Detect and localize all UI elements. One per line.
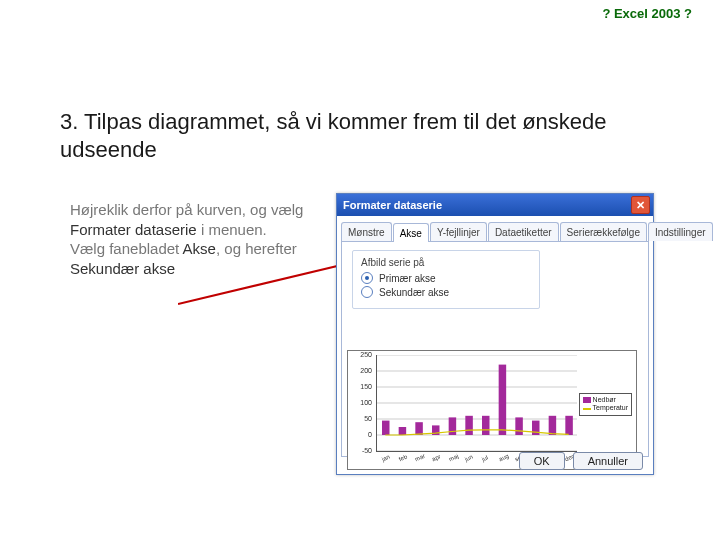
instr-emph-axis: Akse (183, 240, 216, 257)
radio-icon (361, 272, 373, 284)
dialog-button-row: OK Annuller (337, 452, 653, 470)
tab-axis[interactable]: Akse (393, 223, 429, 242)
tab-y-error-bars[interactable]: Y-fejllinjer (430, 222, 487, 241)
tab-patterns[interactable]: Mønstre (341, 222, 392, 241)
tab-data-labels[interactable]: Dataetiketter (488, 222, 559, 241)
close-icon[interactable]: ✕ (631, 196, 650, 214)
radio-icon (361, 286, 373, 298)
dialog-title-text: Formater dataserie (343, 199, 442, 211)
svg-rect-8 (382, 421, 390, 435)
ok-button[interactable]: OK (519, 452, 565, 470)
dialog-panel: Afbild serie på Primær akse Sekundær aks… (341, 241, 649, 457)
tab-options[interactable]: Indstillinger (648, 222, 713, 241)
instr-emph-secondary: Sekundær akse (70, 260, 175, 277)
radio-secondary-axis[interactable]: Sekundær akse (361, 286, 531, 298)
legend-item: Temperatur (593, 404, 628, 411)
chart-plot-area (376, 355, 577, 452)
instr-part: i menuen. (197, 221, 267, 238)
instruction-text: Højreklik derfor på kurven, og vælg Form… (70, 200, 320, 278)
svg-rect-18 (549, 416, 557, 435)
svg-rect-12 (449, 417, 457, 435)
format-data-series-dialog: Formater dataserie ✕ Mønstre Akse Y-fejl… (336, 193, 654, 475)
svg-rect-14 (482, 416, 490, 435)
radio-secondary-label: Sekundær akse (379, 287, 449, 298)
tab-series-order[interactable]: Serierækkefølge (560, 222, 647, 241)
svg-rect-10 (415, 422, 423, 435)
svg-rect-15 (499, 365, 507, 435)
instr-emph-format: Formater dataserie (70, 221, 197, 238)
instr-part: , og herefter (216, 240, 297, 257)
axis-group-label: Afbild serie på (361, 257, 531, 268)
axis-group: Afbild serie på Primær akse Sekundær aks… (352, 250, 540, 309)
chart-svg (377, 355, 577, 451)
page-header: ? Excel 2003 ? (602, 6, 692, 21)
svg-rect-16 (515, 417, 523, 435)
dialog-tabs: Mønstre Akse Y-fejllinjer Dataetiketter … (341, 222, 649, 241)
legend-item: Nedbør (593, 396, 616, 403)
svg-rect-19 (565, 416, 573, 435)
chart-legend: Nedbør Temperatur (579, 393, 632, 416)
cancel-button[interactable]: Annuller (573, 452, 643, 470)
svg-rect-13 (465, 416, 473, 435)
svg-rect-9 (399, 427, 407, 435)
dialog-titlebar[interactable]: Formater dataserie ✕ (337, 194, 653, 216)
instr-part: Højreklik derfor på kurven, og vælg (70, 201, 303, 218)
radio-primary-axis[interactable]: Primær akse (361, 272, 531, 284)
page-title: 3. Tilpas diagrammet, så vi kommer frem … (60, 108, 640, 163)
radio-primary-label: Primær akse (379, 273, 436, 284)
instr-part: Vælg fanebladet (70, 240, 183, 257)
